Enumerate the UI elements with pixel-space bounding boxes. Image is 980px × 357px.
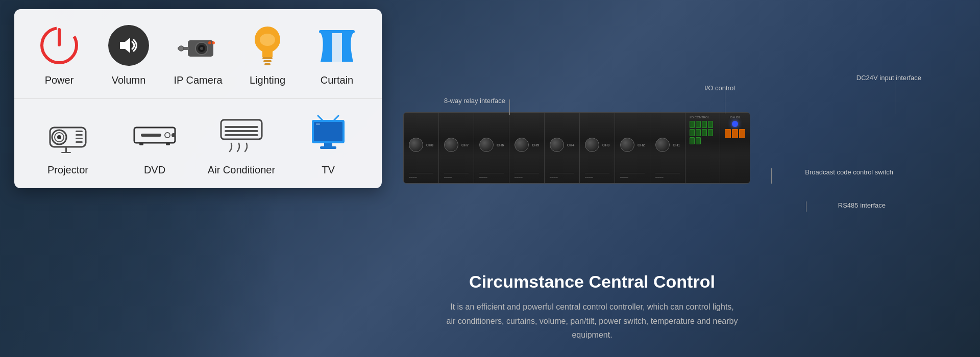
terminal-pin bbox=[696, 137, 701, 144]
terminal-pin bbox=[690, 121, 695, 128]
terminal-pin bbox=[690, 129, 695, 136]
ch4-label: CH4 bbox=[567, 143, 574, 147]
main-title: Circumstance Central Control bbox=[378, 272, 806, 292]
card-item-lighting[interactable]: Lighting bbox=[233, 18, 302, 93]
terminal-pin bbox=[708, 129, 713, 136]
orange-terminals bbox=[725, 129, 745, 138]
power-icon bbox=[39, 25, 80, 66]
ac-label: Air Conditioner bbox=[208, 164, 275, 176]
svg-rect-31 bbox=[139, 143, 143, 145]
ch5-knob bbox=[514, 138, 529, 152]
power-led bbox=[732, 121, 738, 127]
channel-ch8: CH8 ━━━━ bbox=[404, 113, 439, 183]
svg-rect-12 bbox=[262, 57, 273, 59]
dvd-icon bbox=[132, 120, 178, 150]
ch8-bottom: ━━━━ bbox=[409, 173, 433, 179]
svg-rect-34 bbox=[225, 126, 258, 128]
lighting-icon-wrapper bbox=[244, 22, 290, 68]
io-label: I/O control bbox=[704, 84, 735, 92]
broadcast-label: Broadcast code control switch bbox=[805, 168, 893, 176]
terminal-strip-1 bbox=[690, 121, 716, 144]
card-item-power[interactable]: Power bbox=[24, 18, 94, 93]
terminal-pin bbox=[696, 129, 701, 136]
ch5-bottom: ━━━━ bbox=[514, 173, 539, 179]
orange-pin-1 bbox=[725, 129, 731, 138]
card-item-dvd[interactable]: DVD bbox=[111, 108, 198, 183]
rs485-line bbox=[806, 201, 806, 212]
svg-rect-1 bbox=[58, 28, 61, 46]
card-item-curtain[interactable]: Curtain bbox=[302, 18, 372, 93]
ch8-label: CH8 bbox=[426, 143, 433, 147]
ch4-knob bbox=[550, 138, 564, 152]
card-item-camera[interactable]: IP Camera bbox=[163, 18, 233, 93]
volume-icon bbox=[116, 33, 141, 58]
svg-point-30 bbox=[172, 133, 176, 137]
channel-ch1: CH1 ━━━━ bbox=[650, 113, 685, 183]
lighting-label: Lighting bbox=[250, 74, 285, 86]
svg-rect-13 bbox=[263, 60, 272, 62]
broadcast-line bbox=[771, 168, 772, 184]
control-card: Power Volumn bbox=[14, 9, 382, 188]
terminal-pin bbox=[690, 137, 695, 144]
card-item-projector[interactable]: Projector bbox=[24, 108, 111, 183]
channel-ch3: CH3 ━━━━ bbox=[580, 113, 615, 183]
ioh-idl-label: IDH IDL bbox=[729, 116, 740, 119]
svg-rect-41 bbox=[324, 143, 332, 146]
card-item-ac[interactable]: Air Conditioner bbox=[198, 108, 285, 183]
svg-point-20 bbox=[57, 135, 61, 139]
ch2-label: CH2 bbox=[638, 143, 645, 147]
ch1-label: CH1 bbox=[673, 143, 680, 147]
dvd-label: DVD bbox=[144, 164, 165, 176]
ch4-bottom: ━━━━ bbox=[550, 173, 574, 179]
svg-point-6 bbox=[200, 47, 203, 50]
svg-point-10 bbox=[212, 41, 215, 44]
terminal-pin bbox=[702, 121, 707, 128]
svg-point-29 bbox=[165, 133, 170, 138]
projector-icon bbox=[45, 117, 91, 153]
tv-icon-wrapper bbox=[305, 112, 351, 158]
svg-line-40 bbox=[334, 116, 338, 120]
ch3-bottom: ━━━━ bbox=[585, 173, 609, 179]
curtain-icon bbox=[316, 25, 357, 66]
channel-ch5: CH5 ━━━━ bbox=[509, 113, 545, 183]
text-section: Circumstance Central Control It is an ef… bbox=[378, 272, 806, 342]
dvd-icon-wrapper bbox=[132, 112, 178, 158]
camera-icon-wrapper bbox=[175, 22, 221, 68]
svg-rect-23 bbox=[76, 138, 83, 139]
svg-point-8 bbox=[179, 46, 184, 51]
svg-rect-35 bbox=[225, 130, 258, 132]
relay-line bbox=[509, 99, 510, 115]
right-section: IDH IDL bbox=[720, 113, 750, 183]
channel-ch4: CH4 ━━━━ bbox=[545, 113, 580, 183]
svg-rect-15 bbox=[319, 30, 355, 33]
svg-rect-24 bbox=[76, 141, 83, 143]
lighting-icon bbox=[250, 22, 285, 68]
channel-ch7: CH7 ━━━━ bbox=[439, 113, 474, 183]
card-item-tv[interactable]: TV bbox=[285, 108, 372, 183]
ch5-label: CH5 bbox=[532, 143, 539, 147]
dc24v-label: DC24V input interface bbox=[856, 74, 921, 82]
curtain-label: Curtain bbox=[321, 74, 353, 86]
svg-rect-36 bbox=[225, 134, 258, 136]
svg-rect-26 bbox=[61, 152, 71, 153]
svg-marker-2 bbox=[120, 38, 130, 53]
svg-rect-42 bbox=[320, 146, 336, 149]
main-description: It is an efficient and powerful central … bbox=[378, 300, 806, 342]
channel-ch6: CH6 ━━━━ bbox=[474, 113, 509, 183]
card-item-volume[interactable]: Volumn bbox=[94, 18, 163, 93]
power-icon-wrapper bbox=[36, 22, 82, 68]
rs485-label: RS485 interface bbox=[838, 201, 886, 209]
volume-icon-wrapper bbox=[106, 22, 152, 68]
svg-rect-33 bbox=[221, 120, 262, 139]
terminal-pin bbox=[702, 129, 707, 136]
camera-label: IP Camera bbox=[174, 74, 222, 86]
svg-rect-21 bbox=[76, 131, 83, 132]
ch7-label: CH7 bbox=[461, 143, 469, 147]
tv-label: TV bbox=[322, 164, 335, 176]
projector-icon-wrapper bbox=[45, 112, 91, 158]
svg-rect-14 bbox=[264, 63, 271, 65]
ch2-knob bbox=[620, 138, 634, 152]
ac-icon bbox=[218, 115, 264, 156]
power-label: Power bbox=[45, 74, 74, 86]
svg-line-39 bbox=[318, 116, 322, 120]
